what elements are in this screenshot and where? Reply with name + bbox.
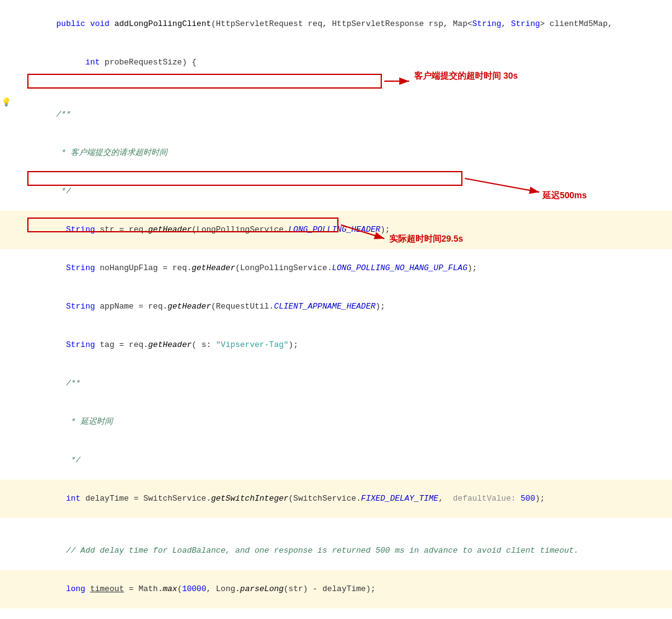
code-line-timeout: long timeout = Math.max(10000, Long.pars… [25, 571, 672, 608]
code-line-str: String str = req.getHeader(LongPollingSe… [25, 211, 672, 248]
code-line-comment2: * 客户端提交的请求超时时间 [25, 134, 672, 172]
code-line-comment7: // Add delay time for LoadBalance, and o… [25, 532, 672, 569]
code-line-if-fixed: if (isFixedPolling()) { [25, 609, 672, 619]
code-line-blank1 [25, 82, 672, 95]
code-line-comment5: * 延迟时间 [25, 403, 672, 441]
code-line-delayTime: int delayTime = SwitchService.getSwitchI… [25, 480, 672, 517]
code-line-2: int probeRequestSize) { [25, 44, 672, 81]
code-line-1: public void addLongPollingClient(HttpSer… [25, 6, 672, 43]
bulb-icon: 💡 [1, 97, 11, 107]
code-line-comment6: */ [25, 442, 672, 479]
code-line-blank2 [25, 519, 672, 531]
code-line-comment1: /** [25, 96, 672, 133]
code-line-tag: String tag = req.getHeader( s: "Vipserve… [25, 327, 672, 364]
code-line-comment4: /** [25, 365, 672, 402]
code-line-comment3: */ [25, 173, 672, 210]
code-line-appName: String appName = req.getHeader(RequestUt… [25, 288, 672, 325]
code-line-noHangUpFlag: String noHangUpFlag = req.getHeader(Long… [25, 250, 672, 287]
